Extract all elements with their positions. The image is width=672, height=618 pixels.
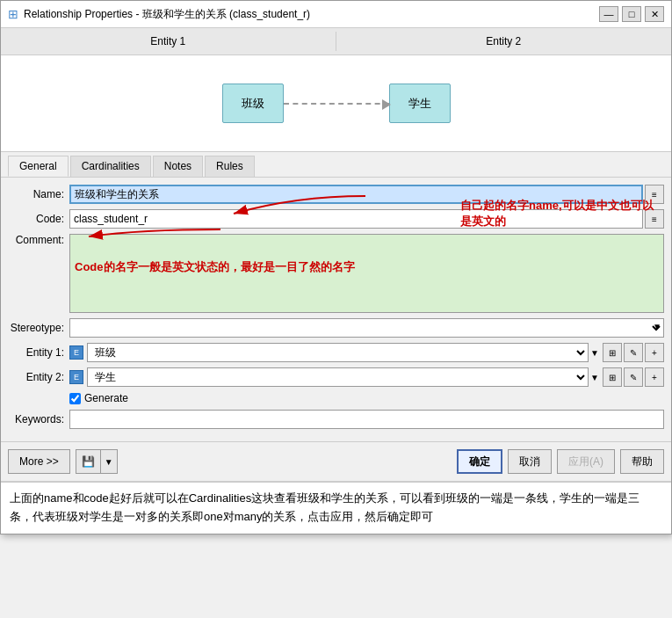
entity1-browse-button[interactable]: ⊞ [603, 343, 622, 362]
entity1-icon: E [69, 345, 83, 360]
minimize-button[interactable]: — [599, 6, 618, 22]
name-label: Name: [8, 188, 69, 200]
entity1-select-wrapper: 班级 [87, 343, 589, 362]
comment-textarea[interactable] [69, 234, 664, 313]
keywords-row: Keywords: [8, 410, 664, 429]
save-split-button: 💾 ▼ [76, 449, 118, 474]
tabs-form-container: General Cardinalities Notes Rules Name: … [1, 152, 671, 441]
title-bar: ⊞ Relationship Properties - 班级和学生的关系 (cl… [1, 1, 671, 28]
entity2-dropdown-icon: ▼ [590, 373, 599, 382]
name-row: Name: ≡ [8, 185, 664, 204]
annotation-area: 上面的name和code起好后就可以在Cardinalities这块查看班级和学… [1, 481, 671, 534]
entity1-row: Entity 1: E 班级 ▼ ⊞ ✎ + [8, 343, 664, 362]
more-button[interactable]: More >> [8, 449, 70, 474]
diagram-area: 班级 学生 [1, 55, 671, 152]
cancel-button[interactable]: 取消 [508, 449, 552, 474]
code-row: Code: ≡ [8, 209, 664, 229]
stereotype-select-wrapper: ▼ [69, 318, 664, 338]
confirm-button[interactable]: 确定 [457, 449, 502, 474]
entity2-icon: E [69, 370, 83, 384]
arrow-right-icon [382, 99, 391, 110]
entity2-label: 学生 [408, 96, 431, 112]
entity2-row: Entity 2: E 学生 ▼ ⊞ ✎ + [8, 367, 664, 387]
entity2-btns: ⊞ ✎ + [603, 367, 664, 387]
code-label: Code: [8, 213, 69, 225]
apply-button[interactable]: 应用(A) [557, 449, 615, 474]
title-bar-controls: — □ ✕ [599, 6, 664, 22]
code-expand-button[interactable]: ≡ [645, 209, 664, 229]
entity2-new-button[interactable]: + [645, 367, 664, 387]
entity2-select[interactable]: 学生 [87, 367, 589, 387]
entity2-browse-button[interactable]: ⊞ [603, 367, 622, 387]
entity2-header: Entity 2 [336, 32, 672, 51]
entity2-edit-button[interactable]: ✎ [624, 367, 643, 387]
tabs-bar: General Cardinalities Notes Rules [1, 152, 671, 178]
window-icon: ⊞ [8, 7, 18, 21]
window-title: Relationship Properties - 班级和学生的关系 (clas… [24, 7, 310, 22]
entity1-edit-button[interactable]: ✎ [624, 343, 643, 362]
keywords-label: Keywords: [8, 413, 69, 425]
entity1-btns: ⊞ ✎ + [603, 343, 664, 362]
entity1-field-label: Entity 1: [8, 346, 69, 359]
help-button[interactable]: 帮助 [620, 449, 664, 474]
stereotype-select[interactable] [69, 318, 664, 338]
entity1-header: Entity 1 [1, 32, 336, 51]
keywords-input[interactable] [69, 410, 664, 429]
code-input[interactable] [69, 209, 643, 229]
close-button[interactable]: ✕ [645, 6, 664, 22]
entity2-box: 学生 [389, 84, 451, 123]
title-bar-left: ⊞ Relationship Properties - 班级和学生的关系 (cl… [8, 7, 310, 22]
entity2-field-label: Entity 2: [8, 371, 69, 383]
entity1-new-button[interactable]: + [645, 343, 664, 362]
main-window: ⊞ Relationship Properties - 班级和学生的关系 (cl… [0, 0, 672, 534]
tab-rules[interactable]: Rules [205, 156, 255, 177]
comment-label: Comment: [8, 234, 69, 246]
entity1-dropdown-icon: ▼ [590, 348, 599, 358]
save-arrow-button[interactable]: ▼ [100, 449, 118, 474]
tab-notes[interactable]: Notes [153, 156, 203, 177]
dashed-line [284, 103, 389, 105]
form-area: Name: ≡ Code: ≡ Comment: Stereotype: [1, 178, 671, 441]
diagram-inner: 班级 学生 [222, 84, 451, 123]
name-input[interactable] [69, 185, 643, 204]
entity1-label: 班级 [242, 96, 264, 112]
tab-general[interactable]: General [8, 156, 69, 177]
generate-label: Generate [84, 392, 128, 404]
generate-checkbox[interactable] [69, 393, 81, 404]
entity2-select-wrapper: 学生 [87, 367, 589, 387]
entity-header: Entity 1 Entity 2 [1, 28, 671, 55]
save-main-button[interactable]: 💾 [76, 449, 100, 474]
comment-row: Comment: [8, 234, 664, 313]
stereotype-label: Stereotype: [8, 322, 69, 334]
maximize-button[interactable]: □ [622, 6, 641, 22]
stereotype-row: Stereotype: ▼ [8, 318, 664, 338]
footer-annotation-text: 上面的name和code起好后就可以在Cardinalities这块查看班级和学… [10, 491, 639, 523]
tab-cardinalities[interactable]: Cardinalities [70, 156, 151, 177]
entity1-select[interactable]: 班级 [87, 343, 589, 362]
name-expand-button[interactable]: ≡ [645, 185, 664, 204]
entity1-box: 班级 [222, 84, 284, 123]
connector-line [284, 103, 389, 105]
bottom-bar: More >> 💾 ▼ 确定 取消 应用(A) 帮助 [1, 441, 671, 481]
generate-row: Generate [69, 392, 664, 404]
